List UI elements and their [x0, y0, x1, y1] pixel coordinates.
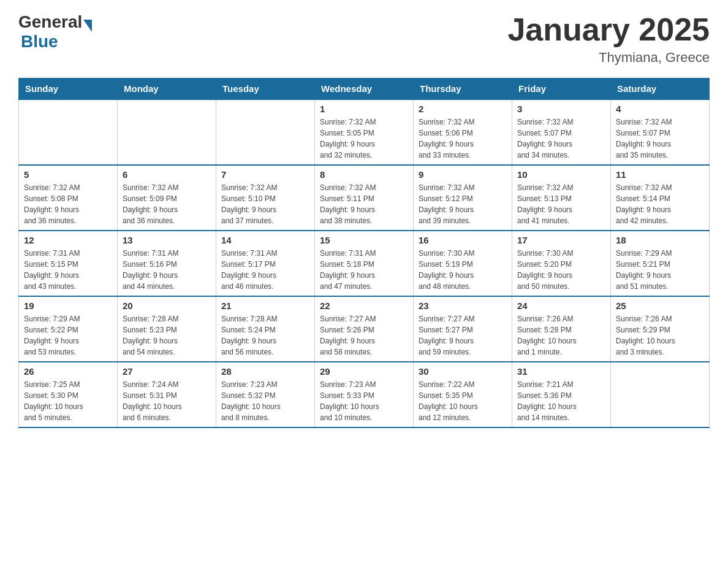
logo: General Blue — [18, 12, 92, 52]
calendar-week-row: 1Sunrise: 7:32 AMSunset: 5:05 PMDaylight… — [19, 99, 710, 165]
calendar-header-row: SundayMondayTuesdayWednesdayThursdayFrid… — [19, 79, 710, 100]
day-number: 6 — [123, 169, 211, 180]
day-number: 25 — [616, 301, 704, 311]
calendar-day-cell: 31Sunrise: 7:21 AMSunset: 5:36 PMDayligh… — [512, 362, 611, 427]
day-info-text: Sunrise: 7:27 AMSunset: 5:27 PMDaylight:… — [419, 313, 507, 358]
calendar-day-cell — [611, 362, 710, 427]
day-info-text: Sunrise: 7:32 AMSunset: 5:09 PMDaylight:… — [123, 182, 211, 226]
calendar-day-cell: 19Sunrise: 7:29 AMSunset: 5:22 PMDayligh… — [19, 296, 118, 362]
calendar-day-cell: 30Sunrise: 7:22 AMSunset: 5:35 PMDayligh… — [414, 362, 512, 427]
day-info-text: Sunrise: 7:32 AMSunset: 5:13 PMDaylight:… — [517, 182, 605, 226]
calendar-week-row: 26Sunrise: 7:25 AMSunset: 5:30 PMDayligh… — [19, 362, 710, 427]
day-info-text: Sunrise: 7:25 AMSunset: 5:30 PMDaylight:… — [24, 379, 112, 423]
calendar-day-cell: 8Sunrise: 7:32 AMSunset: 5:11 PMDaylight… — [315, 165, 414, 231]
day-info-text: Sunrise: 7:27 AMSunset: 5:26 PMDaylight:… — [320, 313, 408, 358]
day-number: 5 — [24, 169, 112, 180]
day-number: 8 — [320, 169, 408, 180]
calendar-day-cell: 13Sunrise: 7:31 AMSunset: 5:16 PMDayligh… — [118, 231, 216, 296]
day-number: 27 — [123, 366, 211, 377]
day-info-text: Sunrise: 7:32 AMSunset: 5:07 PMDaylight:… — [616, 117, 704, 161]
calendar-day-cell: 27Sunrise: 7:24 AMSunset: 5:31 PMDayligh… — [118, 362, 216, 427]
calendar-day-cell: 14Sunrise: 7:31 AMSunset: 5:17 PMDayligh… — [216, 231, 315, 296]
day-number: 15 — [320, 235, 408, 245]
day-info-text: Sunrise: 7:31 AMSunset: 5:17 PMDaylight:… — [221, 248, 309, 292]
calendar-day-cell: 3Sunrise: 7:32 AMSunset: 5:07 PMDaylight… — [512, 99, 611, 165]
day-info-text: Sunrise: 7:24 AMSunset: 5:31 PMDaylight:… — [123, 379, 211, 423]
calendar-location: Thymiana, Greece — [507, 50, 710, 66]
calendar-day-cell: 29Sunrise: 7:23 AMSunset: 5:33 PMDayligh… — [315, 362, 414, 427]
calendar-day-cell: 24Sunrise: 7:26 AMSunset: 5:28 PMDayligh… — [512, 296, 611, 362]
calendar-day-cell: 22Sunrise: 7:27 AMSunset: 5:26 PMDayligh… — [315, 296, 414, 362]
day-info-text: Sunrise: 7:32 AMSunset: 5:10 PMDaylight:… — [221, 182, 309, 226]
calendar-day-cell: 9Sunrise: 7:32 AMSunset: 5:12 PMDaylight… — [414, 165, 512, 231]
day-number: 12 — [24, 235, 112, 245]
day-number: 30 — [419, 366, 507, 377]
calendar-day-cell: 7Sunrise: 7:32 AMSunset: 5:10 PMDaylight… — [216, 165, 315, 231]
day-of-week-header: Sunday — [19, 79, 118, 100]
day-of-week-header: Tuesday — [216, 79, 315, 100]
day-number: 10 — [517, 169, 605, 180]
logo-blue-text: Blue — [21, 32, 92, 52]
calendar-day-cell — [216, 99, 315, 165]
calendar-day-cell: 21Sunrise: 7:28 AMSunset: 5:24 PMDayligh… — [216, 296, 315, 362]
day-number: 21 — [221, 301, 309, 311]
day-info-text: Sunrise: 7:21 AMSunset: 5:36 PMDaylight:… — [517, 379, 605, 423]
day-info-text: Sunrise: 7:32 AMSunset: 5:11 PMDaylight:… — [320, 182, 408, 226]
day-number: 4 — [616, 104, 704, 114]
day-number: 19 — [24, 301, 112, 311]
calendar-day-cell — [118, 99, 216, 165]
day-info-text: Sunrise: 7:29 AMSunset: 5:22 PMDaylight:… — [24, 313, 112, 358]
day-number: 13 — [123, 235, 211, 245]
day-info-text: Sunrise: 7:32 AMSunset: 5:05 PMDaylight:… — [320, 117, 408, 161]
calendar-day-cell: 6Sunrise: 7:32 AMSunset: 5:09 PMDaylight… — [118, 165, 216, 231]
day-of-week-header: Monday — [118, 79, 216, 100]
day-number: 7 — [221, 169, 309, 180]
day-info-text: Sunrise: 7:26 AMSunset: 5:28 PMDaylight:… — [517, 313, 605, 358]
day-number: 20 — [123, 301, 211, 311]
day-number: 28 — [221, 366, 309, 377]
calendar-week-row: 12Sunrise: 7:31 AMSunset: 5:15 PMDayligh… — [19, 231, 710, 296]
calendar-day-cell: 12Sunrise: 7:31 AMSunset: 5:15 PMDayligh… — [19, 231, 118, 296]
calendar-day-cell: 28Sunrise: 7:23 AMSunset: 5:32 PMDayligh… — [216, 362, 315, 427]
day-info-text: Sunrise: 7:32 AMSunset: 5:14 PMDaylight:… — [616, 182, 704, 226]
calendar-day-cell: 4Sunrise: 7:32 AMSunset: 5:07 PMDaylight… — [611, 99, 710, 165]
calendar-day-cell: 17Sunrise: 7:30 AMSunset: 5:20 PMDayligh… — [512, 231, 611, 296]
day-number: 17 — [517, 235, 605, 245]
day-info-text: Sunrise: 7:28 AMSunset: 5:23 PMDaylight:… — [123, 313, 211, 358]
calendar-week-row: 19Sunrise: 7:29 AMSunset: 5:22 PMDayligh… — [19, 296, 710, 362]
calendar-day-cell: 11Sunrise: 7:32 AMSunset: 5:14 PMDayligh… — [611, 165, 710, 231]
day-info-text: Sunrise: 7:31 AMSunset: 5:15 PMDaylight:… — [24, 248, 112, 292]
calendar-day-cell: 10Sunrise: 7:32 AMSunset: 5:13 PMDayligh… — [512, 165, 611, 231]
calendar-day-cell — [19, 99, 118, 165]
day-info-text: Sunrise: 7:30 AMSunset: 5:20 PMDaylight:… — [517, 248, 605, 292]
day-number: 1 — [320, 104, 408, 114]
day-number: 2 — [419, 104, 507, 114]
calendar-day-cell: 2Sunrise: 7:32 AMSunset: 5:06 PMDaylight… — [414, 99, 512, 165]
calendar-day-cell: 18Sunrise: 7:29 AMSunset: 5:21 PMDayligh… — [611, 231, 710, 296]
calendar-week-row: 5Sunrise: 7:32 AMSunset: 5:08 PMDaylight… — [19, 165, 710, 231]
day-number: 29 — [320, 366, 408, 377]
calendar-day-cell: 23Sunrise: 7:27 AMSunset: 5:27 PMDayligh… — [414, 296, 512, 362]
calendar-day-cell: 5Sunrise: 7:32 AMSunset: 5:08 PMDaylight… — [19, 165, 118, 231]
calendar-day-cell: 20Sunrise: 7:28 AMSunset: 5:23 PMDayligh… — [118, 296, 216, 362]
day-number: 24 — [517, 301, 605, 311]
day-number: 16 — [419, 235, 507, 245]
day-info-text: Sunrise: 7:32 AMSunset: 5:07 PMDaylight:… — [517, 117, 605, 161]
day-number: 23 — [419, 301, 507, 311]
calendar-table: SundayMondayTuesdayWednesdayThursdayFrid… — [18, 78, 710, 428]
day-info-text: Sunrise: 7:28 AMSunset: 5:24 PMDaylight:… — [221, 313, 309, 358]
day-info-text: Sunrise: 7:29 AMSunset: 5:21 PMDaylight:… — [616, 248, 704, 292]
calendar-day-cell: 1Sunrise: 7:32 AMSunset: 5:05 PMDaylight… — [315, 99, 414, 165]
day-number: 26 — [24, 366, 112, 377]
day-of-week-header: Friday — [512, 79, 611, 100]
day-info-text: Sunrise: 7:23 AMSunset: 5:33 PMDaylight:… — [320, 379, 408, 423]
page-header: General Blue January 2025 Thymiana, Gree… — [18, 12, 710, 66]
day-info-text: Sunrise: 7:23 AMSunset: 5:32 PMDaylight:… — [221, 379, 309, 423]
calendar-day-cell: 26Sunrise: 7:25 AMSunset: 5:30 PMDayligh… — [19, 362, 118, 427]
day-number: 11 — [616, 169, 704, 180]
day-number: 3 — [517, 104, 605, 114]
day-of-week-header: Wednesday — [315, 79, 414, 100]
day-info-text: Sunrise: 7:22 AMSunset: 5:35 PMDaylight:… — [419, 379, 507, 423]
day-info-text: Sunrise: 7:32 AMSunset: 5:08 PMDaylight:… — [24, 182, 112, 226]
day-info-text: Sunrise: 7:30 AMSunset: 5:19 PMDaylight:… — [419, 248, 507, 292]
